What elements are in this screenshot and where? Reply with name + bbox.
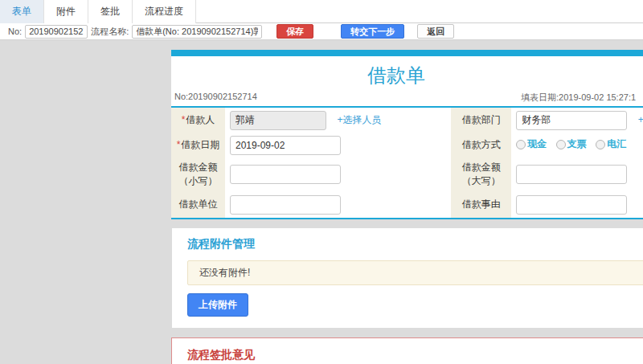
- radio-wire-label: 电汇: [607, 137, 626, 151]
- form-top-bar: [171, 50, 643, 56]
- back-button[interactable]: 返回: [417, 24, 454, 39]
- department-label: 借款部门: [451, 108, 511, 133]
- tab-attachments[interactable]: 附件: [44, 0, 88, 23]
- amount-lowercase-input[interactable]: [230, 165, 341, 184]
- amount-uppercase-label: 借款金额（大写）: [451, 157, 511, 191]
- radio-cash-label: 现金: [527, 137, 547, 151]
- loan-reason-input[interactable]: [516, 195, 627, 215]
- attachments-panel: 流程附件管理 还没有附件! 上传附件: [171, 227, 643, 329]
- form-title: 借款单: [171, 56, 621, 92]
- amount-uppercase-input[interactable]: [516, 165, 627, 184]
- approval-panel: 流程签批意见 B I abc: [171, 337, 643, 364]
- action-toolbar: No: 流程名称: 保存 转交下一步 返回: [0, 23, 643, 40]
- radio-cheque[interactable]: 支票: [556, 137, 587, 151]
- divider-bottom: [171, 218, 643, 219]
- borrower-label: *借款人: [171, 108, 225, 133]
- loan-reason-label: 借款事由: [451, 191, 511, 218]
- forward-next-step-button[interactable]: 转交下一步: [341, 24, 404, 39]
- loan-form-table: *借款人 +选择人员 借款部门 +选择部门 *借款日期: [171, 108, 643, 218]
- radio-circle-icon[interactable]: [556, 140, 566, 149]
- tab-bar: 表单 附件 签批 流程进度: [0, 0, 643, 23]
- flow-name-label: 流程名称:: [91, 26, 129, 38]
- form-no-text: No:20190902152714: [174, 92, 257, 101]
- required-marker: *: [182, 114, 186, 125]
- tab-progress[interactable]: 流程进度: [133, 0, 196, 23]
- loan-unit-input[interactable]: [230, 195, 341, 215]
- radio-circle-icon[interactable]: [596, 140, 605, 149]
- radio-circle-icon[interactable]: [516, 140, 526, 149]
- upload-attachment-button[interactable]: 上传附件: [187, 293, 248, 317]
- loan-unit-label: 借款单位: [171, 191, 225, 218]
- loan-date-label: *借款日期: [171, 133, 225, 157]
- flow-name-input[interactable]: [132, 25, 262, 39]
- save-button[interactable]: 保存: [276, 24, 313, 39]
- radio-cheque-label: 支票: [567, 137, 587, 151]
- no-attachments-alert: 还没有附件!: [187, 260, 643, 285]
- select-person-link[interactable]: +选择人员: [337, 114, 381, 125]
- content-area: 借款单 No:20190902152714 填表日期:2019-09-02 15…: [171, 40, 643, 364]
- no-input[interactable]: [25, 25, 88, 39]
- form-meta-row: No:20190902152714 填表日期:2019-09-02 15:27:…: [171, 92, 643, 106]
- radio-wire[interactable]: 电汇: [596, 137, 626, 151]
- loan-date-input[interactable]: [230, 136, 341, 155]
- department-input[interactable]: [516, 111, 627, 130]
- approval-heading: 流程签批意见: [187, 348, 643, 362]
- amount-lowercase-label: 借款金额（小写）: [171, 157, 225, 191]
- loan-form-panel: 借款单 No:20190902152714 填表日期:2019-09-02 15…: [171, 50, 643, 219]
- select-department-link[interactable]: +选择部门: [638, 114, 643, 125]
- form-date-text: 填表日期:2019-09-02 15:27:1: [521, 92, 636, 104]
- borrower-input[interactable]: [230, 111, 326, 130]
- no-label: No:: [8, 27, 22, 36]
- loan-method-label: 借款方式: [451, 133, 511, 157]
- required-marker: *: [177, 139, 181, 150]
- tab-form[interactable]: 表单: [0, 0, 44, 23]
- attachments-heading: 流程附件管理: [187, 237, 643, 252]
- radio-cash[interactable]: 现金: [516, 137, 547, 151]
- tab-signoff[interactable]: 签批: [88, 0, 133, 23]
